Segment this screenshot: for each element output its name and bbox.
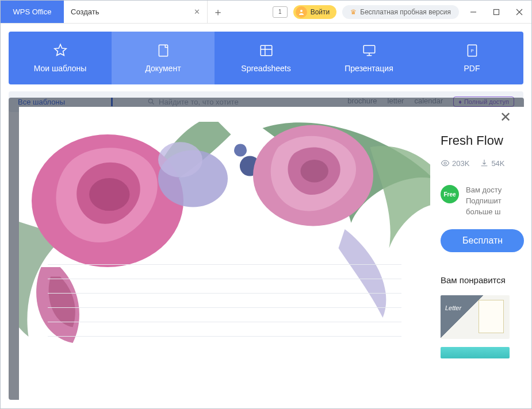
template-stats: 203K 54K	[441, 159, 524, 168]
login-label: Войти	[311, 8, 330, 16]
modal-close-button[interactable]: ✕	[500, 109, 511, 125]
document-tab-label: Создать	[71, 7, 99, 16]
template-preview	[19, 107, 441, 400]
login-button[interactable]: Войти	[293, 5, 337, 19]
free-download-button[interactable]: Бесплатн	[441, 229, 524, 252]
spreadsheet-icon	[259, 43, 274, 58]
svg-rect-6	[261, 45, 272, 55]
category-nav: Мои шаблоны Документ Spreadsheets Презен…	[9, 32, 523, 84]
brand-tab[interactable]: WPS Office	[1, 1, 64, 23]
pdf-icon: P	[465, 43, 480, 58]
nav-label: Мои шаблоны	[34, 64, 87, 73]
titlebar-right: 1 Войти ♛ Бесплатная пробная версия	[273, 1, 531, 23]
nav-my-templates[interactable]: Мои шаблоны	[9, 32, 112, 84]
crown-icon: ♛	[350, 8, 357, 16]
eye-icon	[441, 159, 450, 168]
you-may-like-title: Вам понравится	[441, 275, 524, 285]
free-notice-text: Вам досту Подпишит больше ш	[466, 185, 502, 218]
svg-rect-5	[159, 45, 167, 56]
tab-close-icon[interactable]: ✕	[194, 7, 200, 16]
thumb-mini-preview	[479, 300, 504, 333]
user-avatar-icon	[296, 6, 307, 18]
svg-point-26	[444, 162, 446, 164]
template-detail-modal: Fresh Flow 203K 54K Free Вам досту Подпи…	[19, 107, 524, 400]
app-window: WPS Office Создать ✕ ＋ 1 Войти ♛ Бесплат…	[0, 0, 532, 409]
svg-point-21	[89, 178, 129, 211]
free-badge-icon: Free	[441, 185, 459, 203]
nav-presentation[interactable]: Презентация	[317, 32, 420, 84]
document-tab[interactable]: Создать ✕	[64, 1, 208, 23]
svg-point-25	[158, 142, 202, 178]
svg-rect-2	[494, 9, 499, 14]
free-notice: Free Вам досту Подпишит больше ш	[441, 185, 524, 218]
nav-label: Spreadsheets	[241, 64, 290, 73]
thumb-label: Letter	[445, 304, 461, 311]
minimize-button[interactable]	[465, 1, 482, 24]
related-thumbnails: Letter	[441, 295, 524, 358]
nav-label: Презентация	[345, 64, 393, 73]
nav-spreadsheets[interactable]: Spreadsheets	[215, 32, 317, 84]
related-thumb-2[interactable]	[441, 347, 510, 358]
window-count-indicator[interactable]: 1	[273, 6, 288, 18]
template-detail-panel: Fresh Flow 203K 54K Free Вам досту Подпи…	[441, 107, 524, 400]
svg-point-23	[301, 160, 328, 183]
svg-point-0	[300, 10, 303, 12]
nav-label: Документ	[145, 64, 181, 73]
titlebar: WPS Office Создать ✕ ＋ 1 Войти ♛ Бесплат…	[1, 1, 531, 24]
template-writing-lines	[48, 264, 401, 337]
nav-document[interactable]: Документ	[112, 32, 215, 84]
template-title: Fresh Flow	[441, 133, 524, 148]
related-thumb-letter[interactable]: Letter	[441, 295, 510, 339]
new-tab-button[interactable]: ＋	[208, 1, 228, 23]
svg-rect-9	[363, 45, 375, 53]
maximize-button[interactable]	[488, 1, 505, 24]
preview-canvas	[19, 122, 430, 400]
nav-label: PDF	[464, 64, 480, 73]
downloads-stat: 54K	[480, 159, 504, 168]
trial-label: Бесплатная пробная версия	[360, 8, 451, 16]
svg-point-19	[234, 144, 247, 157]
trial-button[interactable]: ♛ Бесплатная пробная версия	[342, 5, 459, 19]
views-stat: 203K	[441, 159, 469, 168]
nav-pdf[interactable]: P PDF	[420, 32, 523, 84]
svg-text:P: P	[470, 48, 473, 53]
download-icon	[480, 159, 489, 168]
close-window-button[interactable]	[511, 1, 528, 24]
document-icon	[156, 43, 171, 58]
presentation-icon	[362, 43, 377, 58]
star-icon	[53, 43, 68, 58]
flower-artwork	[19, 122, 430, 400]
